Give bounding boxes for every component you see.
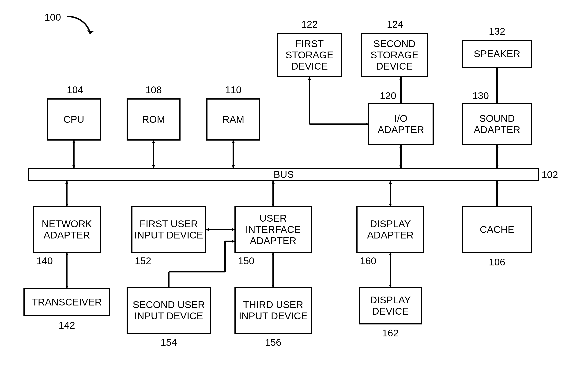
rom-ref: 108 bbox=[145, 84, 162, 96]
user-interface-adapter-box: USER INTERFACE ADAPTER bbox=[234, 206, 312, 253]
first-user-input-box: FIRST USER INPUT DEVICE bbox=[131, 206, 206, 253]
first-storage-ref: 122 bbox=[301, 19, 318, 30]
first-user-input-ref: 152 bbox=[135, 255, 151, 267]
cpu-box: CPU bbox=[47, 98, 101, 140]
bus-ref: 102 bbox=[542, 169, 558, 180]
io-adapter-label: I/O ADAPTER bbox=[371, 113, 431, 136]
second-storage-ref: 124 bbox=[387, 19, 403, 30]
second-user-input-label: SECOND USER INPUT DEVICE bbox=[130, 299, 208, 322]
figure-reference-number: 100 bbox=[44, 12, 61, 23]
transceiver-box: TRANSCEIVER bbox=[23, 288, 110, 316]
network-adapter-ref: 140 bbox=[36, 255, 53, 267]
speaker-ref: 132 bbox=[489, 26, 505, 37]
speaker-label: SPEAKER bbox=[474, 48, 520, 59]
ram-box: RAM bbox=[206, 98, 260, 140]
first-storage-label: FIRST STORAGE DEVICE bbox=[280, 38, 339, 72]
third-user-input-label: THIRD USER INPUT DEVICE bbox=[237, 299, 309, 322]
first-user-input-label: FIRST USER INPUT DEVICE bbox=[134, 218, 203, 241]
user-interface-adapter-ref: 150 bbox=[238, 255, 254, 267]
cache-ref: 106 bbox=[489, 256, 505, 268]
rom-box: ROM bbox=[126, 98, 181, 140]
ram-ref: 110 bbox=[225, 84, 241, 96]
network-adapter-box: NETWORK ADAPTER bbox=[33, 206, 101, 253]
display-adapter-box: DISPLAY ADAPTER bbox=[356, 206, 424, 253]
display-device-ref: 162 bbox=[382, 328, 399, 339]
rom-label: ROM bbox=[142, 114, 165, 125]
first-storage-box: FIRST STORAGE DEVICE bbox=[277, 33, 342, 77]
diagram-stage: 100 BUS 102 CPU 104 ROM 108 RAM 110 FIRS… bbox=[0, 0, 588, 387]
transceiver-label: TRANSCEIVER bbox=[32, 297, 102, 308]
second-storage-box: SECOND STORAGE DEVICE bbox=[361, 33, 428, 77]
sound-adapter-ref: 130 bbox=[472, 90, 489, 101]
network-adapter-label: NETWORK ADAPTER bbox=[36, 218, 98, 241]
cache-box: CACHE bbox=[462, 206, 532, 253]
second-user-input-ref: 154 bbox=[161, 337, 177, 348]
third-user-input-ref: 156 bbox=[265, 337, 281, 348]
bus-label: BUS bbox=[273, 169, 294, 180]
figure-arrow-icon bbox=[64, 14, 97, 40]
speaker-box: SPEAKER bbox=[462, 40, 532, 68]
sound-adapter-label: SOUND ADAPTER bbox=[465, 113, 529, 136]
display-device-box: DISPLAY DEVICE bbox=[359, 287, 422, 325]
third-user-input-box: THIRD USER INPUT DEVICE bbox=[234, 287, 312, 334]
svg-marker-0 bbox=[87, 30, 94, 34]
user-interface-adapter-label: USER INTERFACE ADAPTER bbox=[237, 213, 309, 247]
io-adapter-box: I/O ADAPTER bbox=[368, 103, 434, 145]
second-storage-label: SECOND STORAGE DEVICE bbox=[364, 38, 425, 72]
display-adapter-label: DISPLAY ADAPTER bbox=[359, 218, 421, 241]
display-adapter-ref: 160 bbox=[360, 255, 376, 267]
io-adapter-ref: 120 bbox=[380, 90, 396, 101]
display-device-label: DISPLAY DEVICE bbox=[362, 294, 419, 317]
cpu-label: CPU bbox=[63, 114, 84, 125]
cache-label: CACHE bbox=[480, 224, 514, 235]
transceiver-ref: 142 bbox=[59, 320, 75, 331]
ram-label: RAM bbox=[222, 114, 244, 125]
sound-adapter-box: SOUND ADAPTER bbox=[462, 103, 532, 145]
second-user-input-box: SECOND USER INPUT DEVICE bbox=[126, 287, 211, 334]
bus-bar: BUS bbox=[28, 168, 539, 181]
cpu-ref: 104 bbox=[67, 84, 83, 96]
